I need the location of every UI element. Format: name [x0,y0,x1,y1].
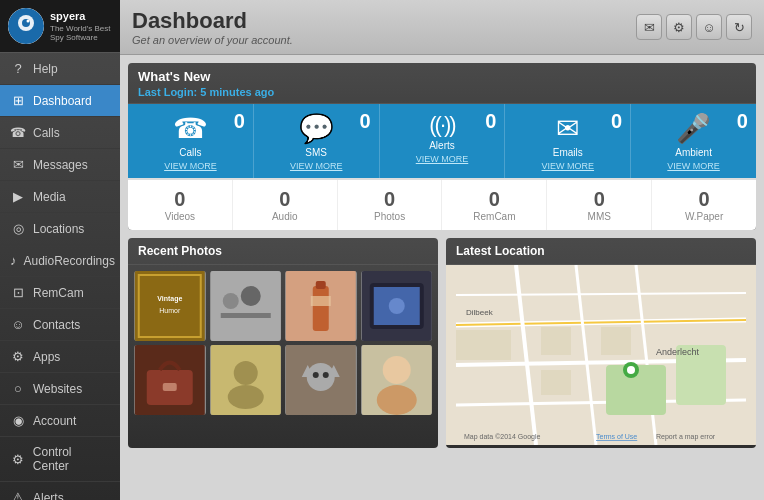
photo-6[interactable] [210,345,282,415]
svg-text:Report a map error: Report a map error [656,433,716,441]
svg-point-9 [222,293,238,309]
topbar: Dashboard Get an overview of your accoun… [120,0,764,55]
sec-photos: 0 Photos [338,180,443,230]
sidebar-item-alerts[interactable]: ⚠ Alerts [0,482,120,500]
svg-rect-46 [456,330,511,360]
mms-label: MMS [588,211,611,222]
photo-8[interactable] [361,345,433,415]
ambient-viewmore[interactable]: VIEW MORE [667,158,720,174]
sidebar-item-audiorecordings[interactable]: ♪ AudioRecordings [0,245,120,277]
emails-metric-icon: ✉ [556,113,579,144]
latest-location-panel: Latest Location [446,238,756,448]
photo-5[interactable] [134,345,206,415]
wpaper-label: W.Paper [685,211,723,222]
latest-location-header: Latest Location [446,238,756,265]
calls-icon: ☎ [10,125,26,140]
remcam-label: RemCam [473,211,515,222]
sidebar-item-apps[interactable]: ⚙ Apps [0,341,120,373]
metric-sms: 💬 0 SMS VIEW MORE [254,104,380,178]
primary-metrics: ☎ 0 Calls VIEW MORE 💬 0 SMS VIEW MORE [128,103,756,178]
messages-icon: ✉ [10,157,26,172]
media-icon: ▶ [10,189,26,204]
alerts-viewmore[interactable]: VIEW MORE [416,151,469,167]
sidebar-item-calls[interactable]: ☎ Calls [0,117,120,149]
sidebar-label-alerts: Alerts [33,491,64,501]
svg-point-30 [313,372,319,378]
sms-label: SMS [305,147,327,158]
sms-metric-icon: 💬 [299,113,334,144]
remcam-icon: ⊡ [10,285,26,300]
dashboard-icon: ⊞ [10,93,26,108]
calls-viewmore[interactable]: VIEW MORE [164,158,217,174]
svg-text:Vintage: Vintage [157,295,182,303]
sidebar-item-help[interactable]: ? Help [0,53,120,85]
whats-new-panel: What's New Last Login: 5 minutes ago ☎ 0… [128,63,756,230]
photos-label: Photos [374,211,405,222]
alerts-count: 0 [485,110,496,133]
sidebar-item-remcam[interactable]: ⊡ RemCam [0,277,120,309]
sidebar-item-dashboard[interactable]: ⊞ Dashboard [0,85,120,117]
calls-metric-icon: ☎ [173,113,208,144]
sidebar-item-locations[interactable]: ◎ Locations [0,213,120,245]
sidebar-item-media[interactable]: ▶ Media [0,181,120,213]
svg-rect-13 [313,286,329,331]
recent-photos-header: Recent Photos [128,238,438,265]
logo-text: spyera [50,10,112,23]
photo-2[interactable] [210,271,282,341]
settings-button[interactable]: ⚙ [666,14,692,40]
whats-new-title: What's New [138,69,210,84]
sidebar-item-websites[interactable]: ○ Websites [0,373,120,405]
sidebar-item-contacts[interactable]: ☺ Contacts [0,309,120,341]
sidebar-label-remcam: RemCam [33,286,84,300]
audio-label: Audio [272,211,298,222]
metric-ambient: 🎤 0 Ambient VIEW MORE [631,104,756,178]
whats-new-header: What's New Last Login: 5 minutes ago [128,63,756,103]
photo-3[interactable] [285,271,357,341]
photo-1[interactable]: VintageHumor [134,271,206,341]
svg-rect-15 [311,296,331,306]
metric-emails: ✉ 0 Emails VIEW MORE [505,104,631,178]
svg-rect-14 [316,281,326,289]
audio-icon: ♪ [10,253,17,268]
sec-mms: 0 MMS [547,180,652,230]
sidebar-item-messages[interactable]: ✉ Messages [0,149,120,181]
sidebar-label-locations: Locations [33,222,84,236]
ambient-metric-icon: 🎤 [676,113,711,144]
photo-7[interactable] [285,345,357,415]
refresh-button[interactable]: ↻ [726,14,752,40]
alerts-label: Alerts [429,140,455,151]
email-button[interactable]: ✉ [636,14,662,40]
calls-label: Calls [179,147,201,158]
svg-rect-11 [220,313,270,318]
wpaper-count: 0 [698,188,709,211]
sidebar-item-account[interactable]: ◉ Account [0,405,120,437]
svg-rect-4 [135,271,205,341]
sec-audio: 0 Audio [233,180,338,230]
logo: spyera The World's Best Spy Software [0,0,120,53]
mms-count: 0 [594,188,605,211]
photos-grid: VintageHumor [128,265,438,421]
topbar-actions: ✉ ⚙ ☺ ↻ [636,14,752,40]
content-area: What's New Last Login: 5 minutes ago ☎ 0… [120,55,764,500]
svg-text:Anderlecht: Anderlecht [656,347,700,357]
sidebar-label-account: Account [33,414,76,428]
account-icon: ◉ [10,413,26,428]
bottom-panels: Recent Photos VintageHumor [128,238,756,448]
user-button[interactable]: ☺ [696,14,722,40]
svg-rect-22 [163,383,177,391]
photo-4[interactable] [361,271,433,341]
remcam-count: 0 [489,188,500,211]
ambient-count: 0 [737,110,748,133]
sidebar-label-dashboard: Dashboard [33,94,92,108]
control-icon: ⚙ [10,452,26,467]
sidebar-label-messages: Messages [33,158,88,172]
sidebar-item-control-center[interactable]: ⚙ Control Center [0,437,120,482]
emails-viewmore[interactable]: VIEW MORE [542,158,595,174]
sidebar-label-help: Help [33,62,58,76]
sidebar-label-calls: Calls [33,126,60,140]
map-svg: Anderlecht Dilbeek Map data ©2014 Google… [446,265,756,445]
alerts-icon: ⚠ [10,490,26,500]
sms-viewmore[interactable]: VIEW MORE [290,158,343,174]
svg-text:Map data ©2014 Google: Map data ©2014 Google [464,433,540,441]
map-container[interactable]: Anderlecht Dilbeek Map data ©2014 Google… [446,265,756,445]
